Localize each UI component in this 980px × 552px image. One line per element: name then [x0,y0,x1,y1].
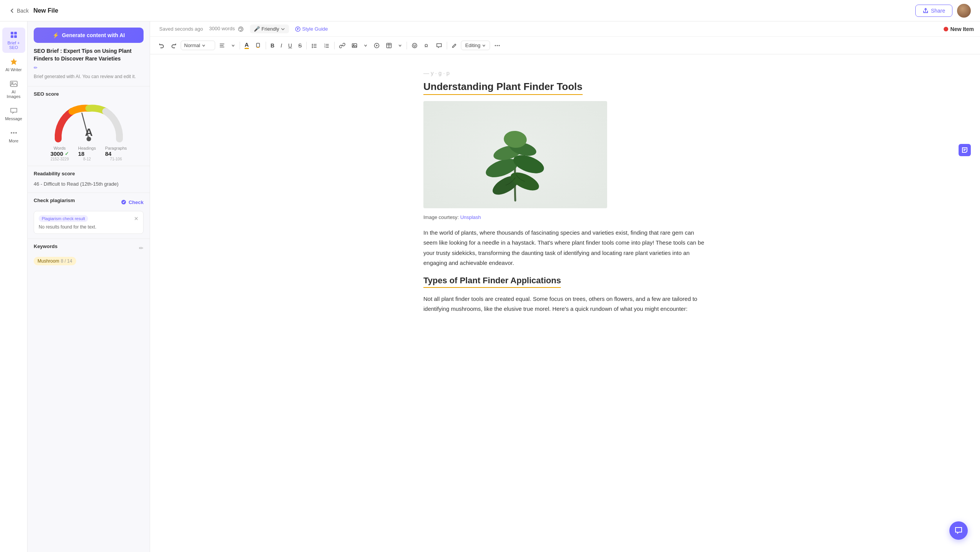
special-char-button[interactable]: Ω [421,41,432,51]
unsplash-link[interactable]: Unsplash [460,214,481,220]
style-guide-button[interactable]: Style Guide [295,26,328,32]
svg-rect-2 [11,35,13,38]
svg-rect-18 [220,45,224,46]
highlight-button[interactable] [253,41,263,51]
plagiarism-section: Check plagiarism Check Plagiarism check … [28,193,150,238]
plagiarism-result-box: Plagiarism check result ✕ No results fou… [34,211,144,234]
format-select[interactable]: Normal [181,41,215,50]
new-item-indicator [944,27,948,31]
tone-selector[interactable]: 🎤 Friendly [250,24,289,33]
word-count: 3000 words [209,26,244,32]
image-caption: Image courtesy: Unsplash [423,214,707,220]
editing-mode-select[interactable]: Editing [461,41,490,50]
partial-content: — y · g · p [423,70,707,76]
editor-image-block [423,101,707,210]
link-button[interactable] [337,41,348,51]
svg-point-9 [15,132,17,134]
heading-understanding: Understanding Plant Finder Tools [423,81,583,95]
align-button[interactable] [217,41,227,51]
bold-button[interactable]: B [268,41,277,51]
sidebar-item-brief-seo[interactable]: Brief + SEO [2,28,25,53]
svg-text:A: A [85,126,92,138]
plagiarism-result-text: No results found for the text. [39,224,139,230]
svg-point-46 [497,45,498,46]
plagiarism-check-button[interactable]: Check [121,199,144,205]
numbered-list-button[interactable]: 1.2.3. [321,41,332,51]
media-dropdown-button[interactable] [361,42,370,49]
svg-text:3.: 3. [324,46,326,48]
separator-1 [240,42,240,49]
svg-rect-17 [220,44,224,44]
sidebar-label-more: More [9,139,18,143]
back-button[interactable]: Back [9,8,29,14]
bullet-list-button[interactable] [309,41,320,51]
image-button[interactable] [349,41,360,51]
gauge-chart: A [34,101,144,143]
plagiarism-row: Check plagiarism Check [34,198,144,207]
readability-title: Readability score [34,171,144,176]
svg-rect-29 [326,44,329,45]
underline-button[interactable]: U [286,41,294,51]
readability-section: Readability score 46 - Difficult to Read… [28,166,150,193]
plagiarism-badge: Plagiarism check result [39,215,88,222]
keywords-section: Keywords ✏ Mushroom 8 / 14 [28,238,150,270]
svg-rect-3 [14,35,17,38]
sidebar-label-message: Message [5,116,22,121]
svg-point-42 [414,45,415,46]
svg-rect-25 [314,46,317,46]
stat-paragraphs: Paragraphs 84 71-106 [105,146,127,161]
toolbar-status: Saved seconds ago 3000 words 🎤 Friendly … [150,21,980,37]
sidebar-item-more[interactable]: More [2,126,25,146]
stat-headings: Headings 18 8-12 [78,146,96,161]
keywords-title: Keywords [34,243,57,249]
text-color-button[interactable]: A [242,40,251,51]
table-button[interactable] [384,41,394,51]
top-nav-left: Back New File [9,7,58,14]
more-options-button[interactable] [492,40,503,51]
keywords-edit-button[interactable]: ✏ [139,245,144,251]
sidebar-item-ai-images[interactable]: AI Images [2,77,25,102]
redo-button[interactable] [168,41,179,51]
svg-rect-1 [14,32,17,34]
comment-button[interactable] [434,41,444,51]
table-dropdown-button[interactable] [396,42,404,49]
panel-wrapper: ⚡ Generate content with AI SEO Brief : E… [28,21,980,552]
italic-button[interactable]: I [278,41,284,51]
plagiarism-close-button[interactable]: ✕ [134,216,139,222]
editor-area: Saved seconds ago 3000 words 🎤 Friendly … [150,21,980,552]
sidebar-label-ai-images: AI Images [5,90,23,99]
undo-button[interactable] [156,41,167,51]
seo-panel-header: ⚡ Generate content with AI SEO Brief : E… [28,21,150,86]
svg-rect-33 [326,47,329,48]
gauge-stats: Words 3000 ✓ 2152-3229 Headings 18 8-12 … [34,146,144,161]
svg-point-47 [499,45,500,46]
svg-marker-4 [11,59,17,65]
video-button[interactable] [371,41,382,51]
align-dropdown-button[interactable] [229,42,237,49]
sidebar-item-ai-writer[interactable]: AI Writer [2,54,25,75]
readability-score: 46 - Difficult to Read (12th-15th grade) [34,180,144,188]
svg-point-41 [412,43,417,48]
file-title: New File [33,7,58,14]
svg-rect-20 [256,43,260,47]
svg-point-24 [312,45,313,46]
generate-content-button[interactable]: ⚡ Generate content with AI [34,28,144,43]
svg-point-15 [241,30,241,31]
editor-toolbar: Normal A [150,37,980,54]
share-button[interactable]: Share [915,5,952,17]
editor-content[interactable]: — y · g · p Understanding Plant Finder T… [393,54,737,552]
sidebar-item-message[interactable]: Message [2,103,25,124]
top-nav-right: Share [915,4,971,18]
svg-rect-27 [314,47,317,48]
strikethrough-button[interactable]: S [296,41,304,51]
svg-rect-23 [314,44,317,45]
emoji-button[interactable] [409,41,420,51]
add-note-button[interactable] [959,144,971,156]
edit-brief-icon[interactable]: ✏ [34,65,38,70]
svg-text:Ω: Ω [425,43,428,48]
chat-bubble-button[interactable] [949,521,968,540]
main-layout: Brief + SEO AI Writer AI Images Message [0,21,980,552]
keyword-count: 8 / 14 [61,258,72,264]
avatar[interactable] [957,4,971,18]
paragraph-1: In the world of plants, where thousands … [423,228,707,268]
